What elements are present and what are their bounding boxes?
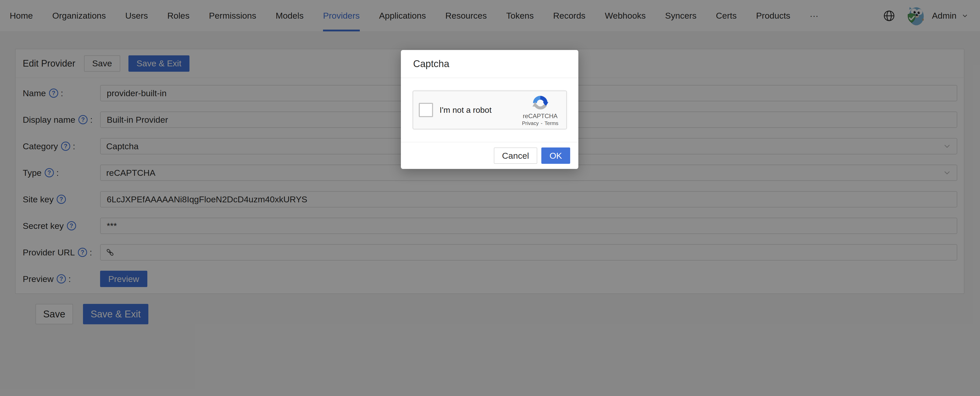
recaptcha-privacy-link[interactable]: Privacy	[522, 120, 539, 126]
recaptcha-checkbox[interactable]	[419, 103, 433, 117]
captcha-modal-title: Captcha	[413, 59, 449, 70]
recaptcha-branding: reCAPTCHA Privacy - Terms	[520, 94, 561, 126]
ok-button[interactable]: OK	[541, 147, 570, 164]
recaptcha-checkbox-label: I'm not a robot	[440, 105, 492, 115]
recaptcha-links: Privacy - Terms	[522, 120, 558, 126]
captcha-modal: Captcha I'm not a robot reCAPTCHA Privac…	[401, 50, 578, 169]
recaptcha-links-separator: -	[541, 120, 542, 126]
recaptcha-terms-link[interactable]: Terms	[544, 120, 558, 126]
recaptcha-logo-icon	[531, 94, 549, 112]
captcha-modal-footer: Cancel OK	[401, 142, 578, 169]
captcha-modal-body: I'm not a robot reCAPTCHA Privacy - Term…	[401, 78, 578, 142]
recaptcha-brand-text: reCAPTCHA	[523, 112, 557, 120]
recaptcha-widget: I'm not a robot reCAPTCHA Privacy - Term…	[413, 90, 567, 129]
captcha-modal-header: Captcha	[401, 50, 578, 78]
cancel-button[interactable]: Cancel	[494, 147, 537, 164]
